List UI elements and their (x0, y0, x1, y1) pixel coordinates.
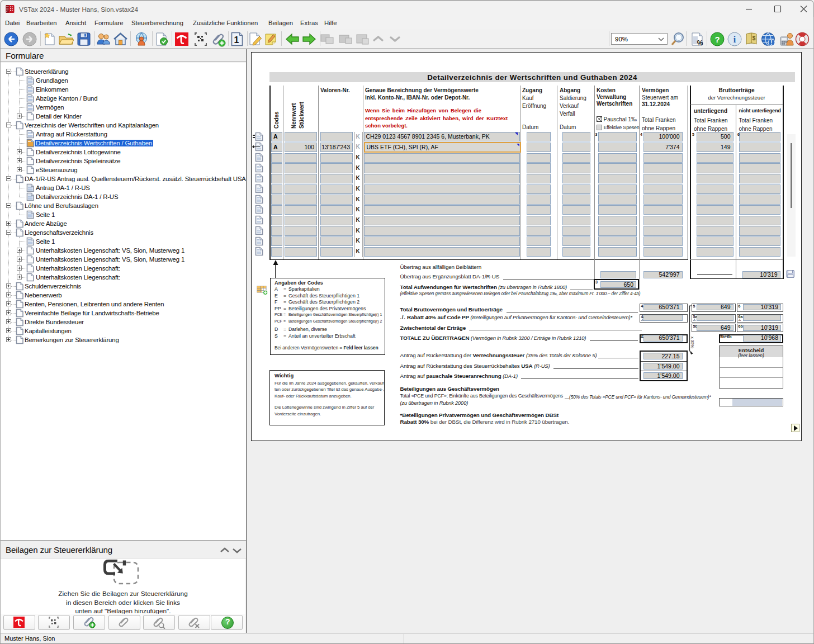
svg-text:$: $ (753, 35, 756, 41)
svg-text:?: ? (714, 35, 720, 44)
svg-text:i: i (733, 35, 736, 44)
svg-text:%: % (697, 39, 703, 46)
svg-text:1: 1 (234, 35, 239, 45)
svg-text:!: ! (770, 40, 772, 46)
